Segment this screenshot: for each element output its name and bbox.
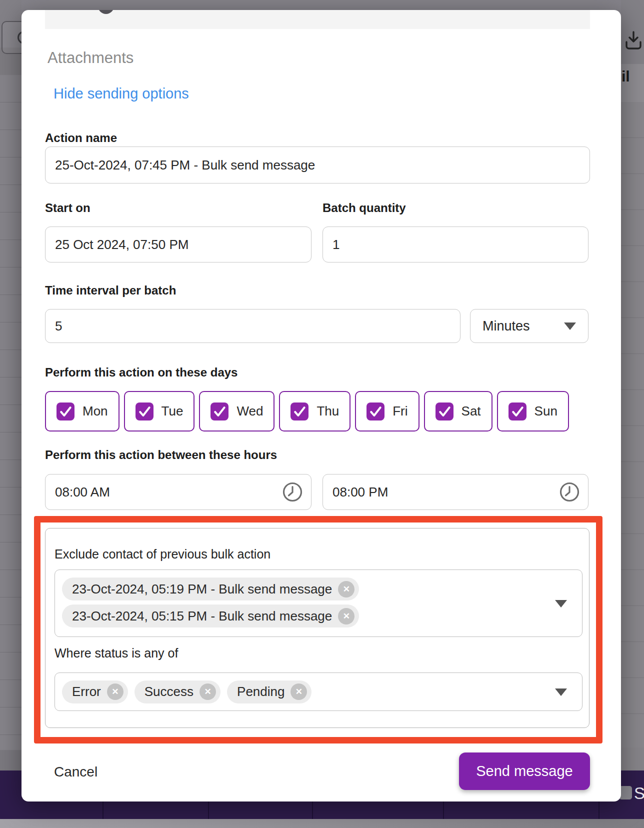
background-left-strip	[0, 0, 22, 770]
checkbox-checked-icon	[56, 402, 74, 420]
interval-unit-value: Minutes	[482, 318, 530, 334]
days-checkbox-group: Mon Tue Wed Thu Fri Sat Sun	[45, 391, 569, 432]
exclude-chip-list: 23-Oct-2024, 05:19 PM - Bulk send messag…	[62, 578, 359, 628]
download-icon[interactable]	[624, 30, 643, 53]
remove-chip-icon[interactable]: ✕	[200, 684, 216, 700]
status-chip-list: Error ✕ Success ✕ Pending ✕	[62, 680, 312, 704]
time-interval-label: Time interval per batch	[45, 284, 176, 298]
checkbox-checked-icon	[290, 402, 308, 420]
status-multiselect[interactable]: Error ✕ Success ✕ Pending ✕	[54, 672, 582, 711]
day-label: Sun	[534, 404, 558, 419]
checkbox-checked-icon	[366, 402, 384, 420]
days-section-label: Perform this action on these days	[45, 366, 238, 380]
checkbox-checked-icon	[136, 402, 154, 420]
checkbox-checked-icon	[210, 402, 228, 420]
background-band	[621, 748, 644, 770]
exclude-multiselect[interactable]: 23-Oct-2024, 05:19 PM - Bulk send messag…	[54, 570, 582, 637]
background-right-strip	[621, 0, 644, 770]
chip-label: 23-Oct-2024, 05:19 PM - Bulk send messag…	[72, 582, 332, 597]
day-checkbox-sat[interactable]: Sat	[424, 391, 492, 432]
remove-chip-icon[interactable]: ✕	[338, 581, 354, 598]
chip-label: 23-Oct-2024, 05:15 PM - Bulk send messag…	[72, 608, 332, 624]
chip-label: Pending	[237, 684, 284, 700]
interval-unit-select[interactable]: Minutes	[470, 309, 588, 343]
start-time-value: 08:00 AM	[55, 484, 110, 500]
end-time-field[interactable]: 08:00 PM	[322, 474, 588, 510]
chevron-down-icon	[564, 322, 576, 330]
status-chip: Pending ✕	[227, 680, 312, 704]
time-interval-input[interactable]	[45, 309, 460, 343]
chevron-down-icon	[555, 688, 567, 696]
day-checkbox-tue[interactable]: Tue	[124, 391, 195, 432]
day-checkbox-sun[interactable]: Sun	[497, 391, 569, 432]
chevron-down-icon	[555, 600, 567, 608]
action-name-input[interactable]	[45, 146, 590, 184]
send-message-button[interactable]: Send message	[459, 752, 590, 790]
chip-label: Success	[144, 684, 194, 700]
day-label: Thu	[316, 404, 339, 419]
highlight-red-box: Exclude contact of previous bulk action …	[34, 516, 602, 744]
remove-chip-icon[interactable]: ✕	[290, 684, 307, 700]
background-partial-text: S	[634, 784, 644, 803]
start-on-input[interactable]	[45, 226, 312, 262]
day-checkbox-thu[interactable]: Thu	[279, 391, 350, 432]
day-checkbox-wed[interactable]: Wed	[199, 391, 274, 432]
action-name-label: Action name	[45, 131, 117, 145]
day-checkbox-fri[interactable]: Fri	[355, 391, 419, 432]
exclude-label: Exclude contact of previous bulk action	[54, 547, 270, 562]
checkbox-checked-icon	[508, 402, 526, 420]
batch-quantity-input[interactable]	[322, 226, 588, 262]
exclusion-settings-card: Exclude contact of previous bulk action …	[45, 528, 590, 728]
remove-chip-icon[interactable]: ✕	[107, 684, 124, 700]
status-chip: Error ✕	[62, 680, 128, 704]
start-on-label: Start on	[45, 201, 90, 215]
background-table-rows	[621, 102, 644, 748]
checkbox-checked-icon	[436, 402, 454, 420]
background-bottom-strip	[0, 819, 644, 828]
cancel-button[interactable]: Cancel	[54, 764, 98, 780]
chip-label: Error	[72, 684, 101, 700]
background-band	[0, 750, 22, 770]
status-chip: Success ✕	[134, 680, 220, 704]
day-label: Sat	[462, 404, 481, 419]
remove-chip-icon[interactable]: ✕	[338, 608, 354, 624]
day-checkbox-mon[interactable]: Mon	[45, 391, 120, 432]
day-label: Fri	[392, 404, 408, 419]
background-partial-text: il	[622, 68, 630, 85]
day-label: Tue	[162, 404, 184, 419]
background-table-rows	[0, 75, 22, 750]
clock-icon	[282, 482, 303, 506]
clock-icon	[559, 482, 580, 506]
bulk-send-modal: Attachments Hide sending options Action …	[22, 10, 621, 802]
end-time-value: 08:00 PM	[332, 484, 388, 500]
exclude-chip: 23-Oct-2024, 05:15 PM - Bulk send messag…	[62, 604, 359, 628]
day-label: Wed	[236, 404, 263, 419]
start-time-field[interactable]: 08:00 AM	[45, 474, 312, 510]
attachments-heading: Attachments	[48, 49, 134, 67]
hide-sending-options-link[interactable]: Hide sending options	[54, 86, 189, 102]
avatar	[98, 10, 114, 14]
status-label: Where status is any of	[54, 646, 178, 660]
hours-section-label: Perform this action between these hours	[45, 448, 277, 462]
day-label: Mon	[82, 404, 108, 419]
attachment-preview-strip	[45, 10, 590, 29]
exclude-chip: 23-Oct-2024, 05:19 PM - Bulk send messag…	[62, 578, 359, 600]
batch-quantity-label: Batch quantity	[322, 201, 406, 215]
